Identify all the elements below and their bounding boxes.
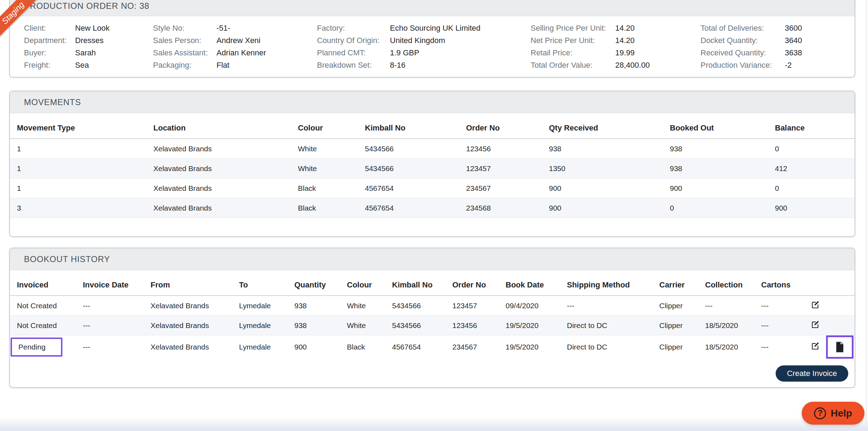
field-label: Department: [24, 36, 75, 45]
cell: 4567654 [392, 343, 452, 351]
bookout-history-panel: BOOKOUT HISTORY Invoiced Invoice Date Fr… [9, 248, 855, 388]
column-header: Invoiced [17, 280, 83, 290]
field-label: Retail Price: [531, 48, 615, 57]
cell: 0 [775, 145, 855, 153]
cell: 234567 [452, 343, 506, 351]
order-info-column: Total of Deliveries:3600 Docket Quantity… [701, 22, 802, 71]
cell: 123456 [466, 145, 549, 153]
field-label: Received Quantity: [701, 48, 785, 57]
cell: 1 [17, 184, 153, 193]
field-label: Packaging: [153, 61, 216, 70]
cell: Lymedale [239, 302, 294, 310]
movements-header: MOVEMENTS [10, 91, 855, 113]
column-header: From [151, 280, 239, 290]
order-info-column: Client:New Look Department:Dresses Buyer… [24, 22, 110, 71]
edit-bookout-button[interactable] [811, 341, 820, 351]
cell: Xelavated Brands [151, 302, 239, 310]
cell: --- [83, 302, 151, 310]
field-label: Factory: [317, 24, 390, 33]
cell: Xelavated Brands [151, 321, 239, 330]
help-button-label: Help [831, 408, 852, 419]
cell: Xelavated Brands [153, 184, 298, 193]
field-label: Total of Deliveries: [701, 24, 785, 33]
column-header: Quantity [294, 280, 347, 290]
column-header: Shipping Method [567, 280, 659, 290]
cell: 5434566 [392, 321, 452, 330]
edit-bookout-button[interactable] [811, 320, 820, 329]
field-label: Total Order Value: [531, 61, 615, 70]
invoice-document-button[interactable] [835, 341, 845, 353]
cell: 123456 [452, 321, 506, 330]
field-label: Net Price Per Unit: [531, 36, 615, 45]
cell: White [298, 164, 365, 173]
cell: Lymedale [239, 343, 294, 351]
table-row: 1 Xelavated Brands White 5434566 123457 … [10, 159, 855, 178]
field-value: 8-16 [390, 61, 405, 70]
help-button[interactable]: ? Help [802, 402, 864, 425]
cell: 938 [670, 145, 775, 153]
field-value: New Look [75, 24, 110, 33]
column-header: Balance [775, 123, 855, 133]
cell: --- [761, 302, 811, 310]
field-label: Docket Quantity: [701, 36, 785, 45]
column-header: Kimball No [365, 123, 466, 133]
create-invoice-button[interactable]: Create Invoice [776, 365, 848, 382]
cell: 19/5/2020 [506, 321, 567, 330]
cell: 18/5/2020 [705, 343, 761, 351]
invoiced-status-cell: Not Created [17, 321, 83, 330]
cell: White [347, 321, 392, 330]
highlight-box [826, 335, 854, 359]
cell: 900 [294, 343, 347, 351]
cell: 900 [549, 204, 670, 212]
cell: White [347, 302, 392, 310]
cell: 5434566 [392, 302, 452, 310]
movements-table-header: Movement Type Location Colour Kimball No… [10, 113, 855, 139]
cell: Black [298, 204, 365, 212]
production-order-header: PRODUCTION ORDER NO: 38 [10, 0, 855, 16]
scrollbar[interactable] [866, 0, 867, 431]
cell: 938 [294, 321, 347, 330]
column-header: Collection [705, 280, 761, 290]
field-value: 3640 [785, 36, 802, 45]
column-header: Kimball No [392, 280, 452, 290]
field-value: 14.20 [615, 24, 635, 33]
production-order-details: Client:New Look Department:Dresses Buyer… [10, 16, 855, 22]
section-title: BOOKOUT HISTORY [24, 254, 110, 264]
cell: Black [298, 184, 365, 193]
cell: 1350 [549, 164, 670, 173]
document-icon [835, 341, 845, 353]
cell: 0 [670, 204, 775, 212]
table-row: 1 Xelavated Brands Black 4567654 234567 … [10, 178, 855, 198]
column-header: Book Date [506, 280, 567, 290]
cell: 18/5/2020 [705, 321, 761, 330]
order-info-column: Style No:-51- Sales Person:Andrew Xeni S… [153, 22, 266, 71]
field-value: Flat [216, 61, 230, 70]
table-row: 1 Xelavated Brands White 5434566 123456 … [10, 139, 855, 159]
cell: 19/5/2020 [506, 343, 567, 351]
bookout-history-header: BOOKOUT HISTORY [10, 248, 855, 270]
edit-bookout-button[interactable] [811, 300, 820, 310]
column-header: Booked Out [670, 123, 775, 133]
field-value: 3600 [785, 24, 802, 33]
field-label: Sales Person: [153, 36, 216, 45]
column-header: Colour [298, 123, 365, 133]
field-value: -2 [785, 61, 792, 70]
cell: 900 [670, 184, 775, 193]
table-row: Pending --- Xelavated Brands Lymedale 90… [10, 335, 855, 355]
cell: Lymedale [239, 321, 294, 330]
cell: Xelavated Brands [153, 204, 298, 212]
cell: --- [761, 343, 811, 351]
column-header: Movement Type [17, 123, 153, 133]
column-header: Order No [466, 123, 549, 133]
cell: --- [761, 321, 811, 330]
field-value: Andrew Xeni [216, 36, 261, 45]
cell: White [298, 145, 365, 153]
table-row: Not Created --- Xelavated Brands Lymedal… [10, 296, 855, 316]
cell: Xelavated Brands [151, 343, 239, 351]
cell: 5434566 [365, 164, 466, 173]
column-header: Invoice Date [83, 280, 151, 290]
page-title: PRODUCTION ORDER NO: 38 [24, 1, 149, 11]
cell: --- [705, 302, 761, 310]
column-header: Cartons [761, 280, 811, 290]
field-label: Selling Price Per Unit: [531, 24, 615, 33]
